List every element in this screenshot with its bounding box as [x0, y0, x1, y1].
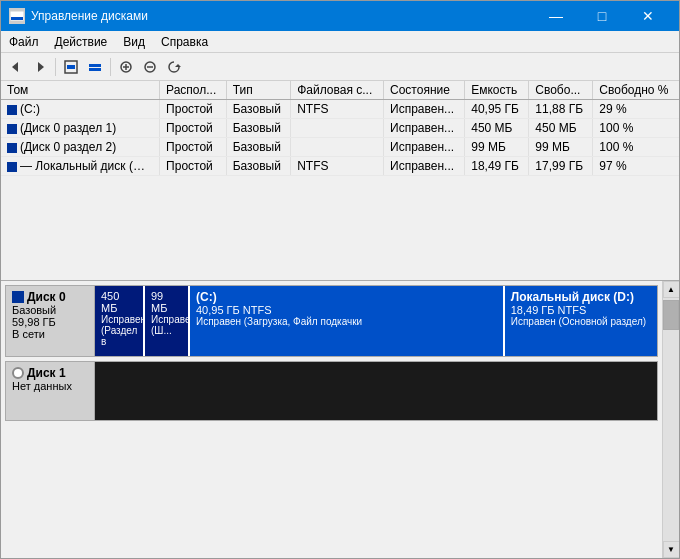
svg-rect-5: [67, 65, 75, 69]
disk0-label: Диск 0 Базовый 59,98 ГБ В сети: [5, 285, 95, 357]
window-title: Управление дисками: [31, 9, 533, 23]
table-cell: Исправен...: [384, 100, 465, 119]
table-cell: 11,88 ГБ: [529, 100, 593, 119]
toolbar-btn-3[interactable]: [60, 56, 82, 78]
disk1-partitions: [95, 361, 658, 421]
disk0-part2-size: 40,95 ГБ NTFS: [196, 304, 497, 316]
table-cell: Базовый: [226, 119, 290, 138]
col-tom[interactable]: Том: [1, 81, 160, 100]
disk0-row: Диск 0 Базовый 59,98 ГБ В сети 450 МБ Ис…: [5, 285, 658, 357]
col-tip[interactable]: Тип: [226, 81, 290, 100]
disk0-part0[interactable]: 450 МБ Исправен (Раздел в: [95, 286, 145, 356]
disk0-part3[interactable]: Локальный диск (D:) 18,49 ГБ NTFS Исправ…: [505, 286, 657, 356]
col-state[interactable]: Состояние: [384, 81, 465, 100]
table-cell: [291, 138, 384, 157]
maximize-button[interactable]: □: [579, 1, 625, 31]
disk1-row: Диск 1 Нет данных: [5, 361, 658, 421]
toolbar-btn-5[interactable]: [115, 56, 137, 78]
disk0-name: Диск 0: [27, 290, 66, 304]
minimize-button[interactable]: —: [533, 1, 579, 31]
close-button[interactable]: ✕: [625, 1, 671, 31]
disk0-part3-size: 18,49 ГБ NTFS: [511, 304, 651, 316]
table-cell: Базовый: [226, 157, 290, 176]
refresh-button[interactable]: [163, 56, 185, 78]
table-row[interactable]: (C:)ПростойБазовыйNTFSИсправен...40,95 Г…: [1, 100, 679, 119]
disk0-part2-info: Исправен (Загрузка, Файл подкачки: [196, 316, 497, 327]
toolbar-btn-4[interactable]: [84, 56, 106, 78]
disk0-status: В сети: [12, 328, 88, 340]
disk0-part1[interactable]: 99 МБ Исправен (Ш...: [145, 286, 190, 356]
menu-view[interactable]: Вид: [115, 31, 153, 52]
table-cell: Исправен...: [384, 119, 465, 138]
app-icon: [9, 8, 25, 24]
table-cell: (C:): [1, 100, 160, 119]
disk1-part0[interactable]: [95, 362, 657, 420]
table-cell: 450 МБ: [529, 119, 593, 138]
table-cell: NTFS: [291, 157, 384, 176]
col-raspol[interactable]: Распол...: [160, 81, 227, 100]
title-bar: Управление дисками — □ ✕: [1, 1, 679, 31]
toolbar-separator-2: [110, 58, 111, 76]
disk-table-area: Том Распол... Тип Файловая с... Состояни…: [1, 81, 679, 281]
table-row[interactable]: (Диск 0 раздел 1)ПростойБазовыйИсправен.…: [1, 119, 679, 138]
disk-visual-area: Диск 0 Базовый 59,98 ГБ В сети 450 МБ Ис…: [1, 281, 662, 558]
svg-marker-2: [12, 62, 18, 72]
disk0-part1-info: Исправен (Ш...: [151, 314, 182, 336]
menu-bar: Файл Действие Вид Справка: [1, 31, 679, 53]
disk-row-icon: [7, 124, 17, 134]
col-capacity[interactable]: Емкость: [465, 81, 529, 100]
col-fs[interactable]: Файловая с...: [291, 81, 384, 100]
table-cell: Базовый: [226, 138, 290, 157]
table-cell: (Диск 0 раздел 2): [1, 138, 160, 157]
table-cell: 450 МБ: [465, 119, 529, 138]
table-cell: Простой: [160, 138, 227, 157]
table-row[interactable]: — Локальный диск (…ПростойБазовыйNTFSИсп…: [1, 157, 679, 176]
svg-rect-1: [11, 17, 23, 20]
table-cell: Простой: [160, 100, 227, 119]
back-button[interactable]: [5, 56, 27, 78]
table-cell: 100 %: [593, 119, 679, 138]
disk1-icon: [12, 367, 24, 379]
disk0-icon: [12, 291, 24, 303]
table-cell: Исправен...: [384, 157, 465, 176]
disk0-part0-info: Исправен (Раздел в: [101, 314, 137, 347]
toolbar-separator-1: [55, 58, 56, 76]
menu-file[interactable]: Файл: [1, 31, 47, 52]
table-cell: Простой: [160, 157, 227, 176]
table-cell: [291, 119, 384, 138]
table-row[interactable]: (Диск 0 раздел 2)ПростойБазовыйИсправен.…: [1, 138, 679, 157]
table-cell: Базовый: [226, 100, 290, 119]
svg-marker-13: [175, 64, 181, 67]
disk0-part2[interactable]: (C:) 40,95 ГБ NTFS Исправен (Загрузка, Ф…: [190, 286, 505, 356]
table-cell: 40,95 ГБ: [465, 100, 529, 119]
table-cell: 100 %: [593, 138, 679, 157]
table-cell: 99 МБ: [465, 138, 529, 157]
forward-button[interactable]: [29, 56, 51, 78]
menu-help[interactable]: Справка: [153, 31, 216, 52]
disk0-part0-size: 450 МБ: [101, 290, 137, 314]
toolbar-btn-6[interactable]: [139, 56, 161, 78]
svg-rect-6: [89, 64, 101, 67]
table-cell: 29 %: [593, 100, 679, 119]
table-cell: Простой: [160, 119, 227, 138]
disk-row-icon: [7, 143, 17, 153]
window-controls: — □ ✕: [533, 1, 671, 31]
disk0-size: 59,98 ГБ: [12, 316, 88, 328]
col-free[interactable]: Свобо...: [529, 81, 593, 100]
disk1-name: Диск 1: [27, 366, 66, 380]
content-area: Том Распол... Тип Файловая с... Состояни…: [1, 81, 679, 558]
menu-action[interactable]: Действие: [47, 31, 116, 52]
table-cell: 99 МБ: [529, 138, 593, 157]
table-cell: Исправен...: [384, 138, 465, 157]
disk0-part3-info: Исправен (Основной раздел): [511, 316, 651, 327]
scroll-thumb[interactable]: [663, 300, 679, 330]
scroll-up[interactable]: ▲: [663, 281, 680, 298]
table-cell: 18,49 ГБ: [465, 157, 529, 176]
disk0-part2-name: (C:): [196, 290, 497, 304]
scroll-down[interactable]: ▼: [663, 541, 680, 558]
scroll-track[interactable]: [663, 298, 679, 541]
table-cell: (Диск 0 раздел 1): [1, 119, 160, 138]
col-free-pct[interactable]: Свободно %: [593, 81, 679, 100]
disk0-partitions: 450 МБ Исправен (Раздел в 99 МБ Исправен…: [95, 285, 658, 357]
svg-rect-7: [89, 68, 101, 71]
